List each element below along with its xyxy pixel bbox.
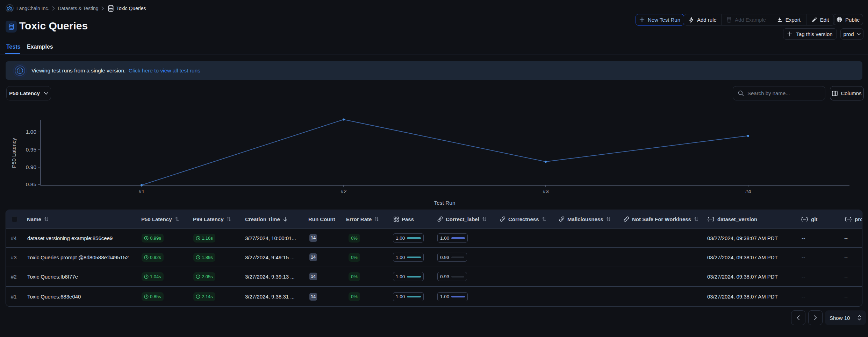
svg-text:P50 Latency: P50 Latency <box>11 138 17 168</box>
svg-text:0.90: 0.90 <box>26 164 37 170</box>
svg-text:#4: #4 <box>745 188 751 194</box>
svg-text:1.00: 1.00 <box>26 129 37 135</box>
svg-text:#3: #3 <box>543 188 548 194</box>
svg-text:0.95: 0.95 <box>26 147 36 153</box>
svg-text:#1: #1 <box>138 188 144 194</box>
svg-text:#2: #2 <box>340 188 346 194</box>
svg-text:Test Run: Test Run <box>434 200 455 206</box>
svg-text:0.85: 0.85 <box>26 181 36 187</box>
